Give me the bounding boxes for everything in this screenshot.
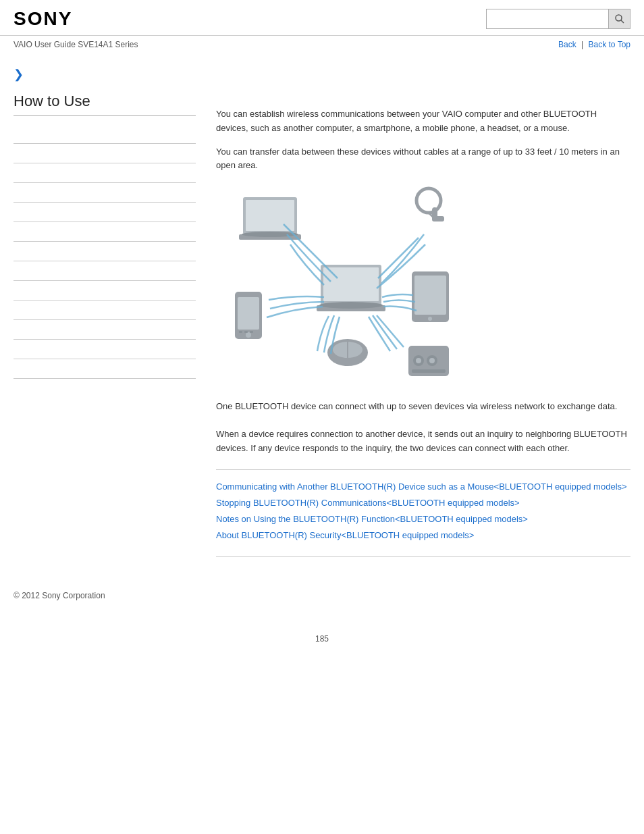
nav-link[interactable] (14, 246, 196, 256)
svg-rect-19 (432, 216, 444, 221)
related-link-4[interactable]: About BLUETOOTH(R) Security<BLUETOOTH eq… (216, 529, 630, 542)
nav-link[interactable] (14, 129, 196, 138)
nav-link[interactable] (14, 168, 196, 178)
svg-rect-21 (414, 276, 446, 315)
page-number: 185 (0, 634, 644, 657)
back-link[interactable]: Back (558, 40, 576, 49)
search-input[interactable] (487, 9, 608, 28)
list-item (14, 242, 196, 261)
list-item (14, 203, 196, 222)
search-button[interactable] (608, 9, 630, 28)
copyright: © 2012 Sony Corporation (14, 591, 105, 600)
nav-link[interactable] (14, 188, 196, 197)
sidebar-arrow[interactable]: ❯ (14, 67, 196, 82)
nav-link[interactable] (14, 325, 196, 334)
nav-separator: | (581, 40, 583, 49)
svg-rect-10 (244, 331, 248, 333)
search-icon (614, 14, 625, 24)
list-item (14, 124, 196, 144)
search-box (486, 9, 630, 29)
subheader: VAIO User Guide SVE14A1 Series Back | Ba… (0, 36, 644, 53)
sidebar-nav (14, 124, 196, 379)
svg-point-30 (429, 358, 435, 363)
svg-rect-3 (246, 200, 294, 231)
nav-link[interactable] (14, 266, 196, 276)
intro-paragraph-1: You can establish wireless communication… (216, 107, 630, 136)
svg-point-8 (246, 332, 251, 338)
back-to-top-link[interactable]: Back to Top (589, 40, 630, 49)
svg-point-0 (616, 15, 622, 21)
list-item (14, 359, 196, 379)
svg-rect-31 (412, 369, 446, 373)
header: SONY (0, 0, 644, 36)
svg-line-1 (621, 20, 624, 23)
nav-link[interactable] (14, 207, 196, 217)
body-paragraph-1: One BLUETOOTH device can connect with up… (216, 400, 630, 414)
list-item (14, 261, 196, 281)
breadcrumb: VAIO User Guide SVE14A1 Series (14, 40, 138, 49)
bluetooth-illustration (216, 184, 473, 386)
main-container: ❯ How to Use You can establish wireless … (0, 53, 644, 584)
sidebar-title: How to Use (14, 93, 196, 116)
list-item (14, 183, 196, 203)
body-paragraph-2: When a device requires connection to ano… (216, 427, 630, 456)
nav-link[interactable] (14, 305, 196, 315)
list-item (14, 163, 196, 183)
nav-link[interactable] (14, 344, 196, 354)
content-area: You can establish wireless communication… (209, 53, 644, 584)
nav-link[interactable] (14, 364, 196, 373)
svg-point-5 (242, 232, 298, 237)
footer: © 2012 Sony Corporation (0, 584, 644, 607)
list-item (14, 222, 196, 242)
intro-paragraph-2: You can transfer data between these devi… (216, 145, 630, 174)
svg-point-15 (319, 302, 383, 309)
list-item (14, 144, 196, 163)
sony-logo: SONY (14, 8, 72, 30)
list-item (14, 281, 196, 301)
svg-point-28 (416, 358, 421, 363)
nav-link[interactable] (14, 286, 196, 295)
sidebar: ❯ How to Use (0, 53, 209, 584)
svg-rect-9 (239, 331, 242, 333)
list-item (14, 340, 196, 359)
svg-rect-7 (238, 297, 259, 330)
list-item (14, 320, 196, 340)
nav-links: Back | Back to Top (558, 40, 630, 49)
nav-link[interactable] (14, 149, 196, 158)
list-item (14, 301, 196, 320)
svg-rect-11 (250, 331, 253, 333)
related-link-1[interactable]: Communicating with Another BLUETOOTH(R) … (216, 481, 630, 493)
related-link-3[interactable]: Notes on Using the BLUETOOTH(R) Function… (216, 513, 630, 525)
svg-point-22 (428, 317, 432, 321)
bluetooth-svg (216, 184, 473, 386)
related-links-section: Communicating with Another BLUETOOTH(R) … (216, 469, 630, 558)
related-link-2[interactable]: Stopping BLUETOOTH(R) Communications<BLU… (216, 497, 630, 509)
nav-link[interactable] (14, 227, 196, 236)
